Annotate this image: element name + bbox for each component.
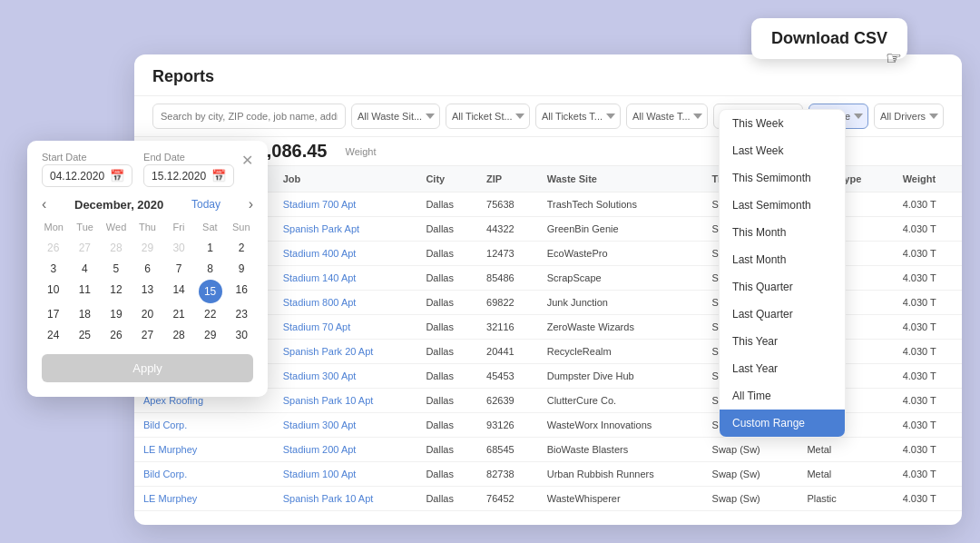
job-link[interactable]: Stadium 400 Apt <box>283 248 357 259</box>
cell-city: Dallas <box>416 217 477 242</box>
dropdown-item[interactable]: This Quarter <box>720 273 845 301</box>
calendar-close-button[interactable]: ✕ <box>241 152 253 169</box>
calendar-day[interactable]: 6 <box>132 259 163 279</box>
waste-type-filter[interactable]: All Waste T... <box>626 104 708 129</box>
calendar-day[interactable]: 8 <box>195 259 226 279</box>
calendar-day[interactable]: 23 <box>226 304 257 324</box>
calendar-day[interactable]: 29 <box>132 238 163 258</box>
cell-city: Dallas <box>416 487 477 511</box>
col-zip: ZIP <box>477 166 538 193</box>
page-title: Reports <box>152 67 944 86</box>
calendar-day[interactable]: 25 <box>70 325 101 345</box>
dropdown-item[interactable]: This Year <box>720 328 845 355</box>
calendar-day[interactable]: 22 <box>195 304 226 324</box>
calendar-day[interactable]: 29 <box>195 325 226 345</box>
job-link[interactable]: Spanish Park 10 Apt <box>283 395 374 406</box>
job-link[interactable]: Stadium 140 Apt <box>283 272 357 283</box>
calendar-day[interactable]: 20 <box>132 304 163 324</box>
dropdown-item[interactable]: Custom Range <box>720 410 845 437</box>
job-link[interactable]: Stadium 70 Apt <box>283 321 351 332</box>
download-csv-button[interactable]: Download CSV <box>751 18 907 59</box>
cell-job: Spanish Park 20 Apt <box>274 340 417 364</box>
cell-zip: 82738 <box>477 462 538 487</box>
cell-zip: 69822 <box>477 291 538 315</box>
cell-weight: 4.030 T <box>894 389 962 413</box>
job-link[interactable]: Stadium 200 Apt <box>283 444 357 455</box>
cell-city: Dallas <box>416 291 477 315</box>
prev-month-button[interactable]: ‹ <box>42 196 46 212</box>
cell-job: Stadium 100 Apt <box>274 462 417 487</box>
dropdown-item[interactable]: All Time <box>720 382 845 410</box>
start-date-input[interactable]: 04.12.2020 📅 <box>42 164 132 187</box>
calendar-day[interactable]: 9 <box>226 259 257 279</box>
dropdown-item[interactable]: This Semimonth <box>720 164 845 192</box>
calendar-day[interactable]: 10 <box>38 280 69 303</box>
cell-city: Dallas <box>416 315 477 340</box>
job-link[interactable]: Spanish Park Apt <box>283 223 359 234</box>
dropdown-item[interactable]: Last Year <box>720 355 845 382</box>
calendar-day[interactable]: 24 <box>38 325 69 345</box>
waste-site-filter[interactable]: All Waste Sit... <box>351 104 440 129</box>
end-calendar-icon: 📅 <box>211 169 226 183</box>
calendar-day[interactable]: 21 <box>163 304 194 324</box>
ticket-status-filter[interactable]: All Ticket St... <box>446 104 530 129</box>
account-link[interactable]: Bild Corp. <box>143 469 187 479</box>
cell-job: Spanish Park Apt <box>274 217 417 242</box>
calendar-day[interactable]: 12 <box>101 280 132 303</box>
dropdown-item[interactable]: Last Quarter <box>720 301 845 328</box>
cell-job: Stadium 400 Apt <box>274 242 417 266</box>
calendar-day[interactable]: 18 <box>70 304 101 324</box>
calendar-day[interactable]: 30 <box>226 325 257 345</box>
drivers-filter[interactable]: All Drivers <box>874 104 944 129</box>
calendar-day[interactable]: 19 <box>101 304 132 324</box>
calendar-day[interactable]: 27 <box>70 238 101 258</box>
calendar-day[interactable]: 5 <box>101 259 132 279</box>
next-month-button[interactable]: › <box>249 196 253 212</box>
dropdown-item[interactable]: Last Month <box>720 246 845 273</box>
calendar-header: Start Date 04.12.2020 📅 End Date 15.12.2… <box>27 141 268 193</box>
apply-button[interactable]: Apply <box>42 354 253 382</box>
job-link[interactable]: Stadium 300 Apt <box>283 420 357 430</box>
start-date-value: 04.12.2020 <box>50 170 104 183</box>
cell-waste-site: TrashTech Solutions <box>538 193 703 217</box>
account-link[interactable]: LE Murphey <box>143 493 197 504</box>
ticket-type-filter[interactable]: All Tickets T... <box>535 104 621 129</box>
calendar-day[interactable]: 1 <box>195 238 226 258</box>
cell-account: Bild Corp. <box>134 413 274 438</box>
job-link[interactable]: Stadium 800 Apt <box>283 297 357 308</box>
calendar-day[interactable]: 2 <box>226 238 257 258</box>
calendar-day[interactable]: 13 <box>132 280 163 303</box>
calendar-day[interactable]: 30 <box>163 238 194 258</box>
calendar-day[interactable]: 16 <box>226 280 257 303</box>
dropdown-item[interactable]: This Week <box>720 110 845 137</box>
end-date-input[interactable]: 15.12.2020 📅 <box>143 164 234 187</box>
calendar-day[interactable]: 15 <box>199 280 222 303</box>
calendar-day[interactable]: 26 <box>38 238 69 258</box>
job-link[interactable]: Stadium 300 Apt <box>283 370 357 381</box>
account-link[interactable]: LE Murphey <box>143 444 197 455</box>
today-button[interactable]: Today <box>191 198 220 211</box>
dropdown-item[interactable]: This Month <box>720 219 845 246</box>
calendar-day[interactable]: 28 <box>163 325 194 345</box>
calendar-day[interactable]: 3 <box>38 259 69 279</box>
dropdown-item[interactable]: Last Semimonth <box>720 192 845 219</box>
calendar-day[interactable]: 26 <box>101 325 132 345</box>
job-link[interactable]: Spanish Park 20 Apt <box>283 346 374 357</box>
calendar-day[interactable]: 17 <box>38 304 69 324</box>
job-link[interactable]: Stadium 700 Apt <box>283 199 357 210</box>
calendar-day[interactable]: 28 <box>101 238 132 258</box>
account-link[interactable]: Bild Corp. <box>143 420 187 430</box>
calendar-day[interactable]: 4 <box>70 259 101 279</box>
col-city: City <box>416 166 477 193</box>
calendar-day[interactable]: 7 <box>163 259 194 279</box>
job-link[interactable]: Spanish Park 10 Apt <box>283 493 374 504</box>
job-link[interactable]: Stadium 100 Apt <box>283 469 357 479</box>
cell-city: Dallas <box>416 193 477 217</box>
cell-city: Dallas <box>416 462 477 487</box>
calendar-day[interactable]: 14 <box>163 280 194 303</box>
cell-waste-site: Junk Junction <box>538 291 703 315</box>
calendar-day[interactable]: 11 <box>70 280 101 303</box>
search-input[interactable] <box>152 104 346 129</box>
dropdown-item[interactable]: Last Week <box>720 137 845 164</box>
calendar-day[interactable]: 27 <box>132 325 163 345</box>
